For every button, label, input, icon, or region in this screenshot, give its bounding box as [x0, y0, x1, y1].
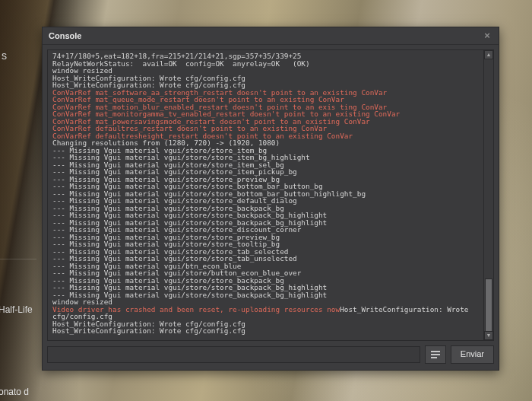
close-icon[interactable]: ×: [482, 30, 492, 41]
submit-button[interactable]: Enviar: [451, 345, 494, 364]
menu-text-fragment: onato d: [0, 387, 29, 397]
console-window: Console × 74+17/180+5,eat=182+18,fra=215…: [42, 27, 499, 371]
scroll-down-button[interactable]: ▼: [484, 331, 493, 340]
console-bottom-bar: Enviar: [43, 344, 499, 370]
autocomplete-button[interactable]: [425, 345, 446, 364]
menu-text-fragment: wns: [0, 49, 8, 62]
list-icon: [430, 350, 441, 359]
console-title: Console: [49, 31, 81, 40]
svg-rect-2: [431, 357, 437, 358]
console-log-area: 74+17/180+5,eat=182+18,fra=215+21/214+21…: [47, 49, 494, 341]
console-titlebar[interactable]: Console ×: [43, 27, 499, 45]
menu-text-fragment: Half-Life: [0, 304, 33, 315]
console-input[interactable]: [47, 346, 420, 363]
menu-divider: [0, 259, 36, 259]
scrollbar[interactable]: ▲ ▼: [483, 50, 493, 340]
svg-rect-0: [431, 351, 440, 352]
console-log[interactable]: 74+17/180+5,eat=182+18,fra=215+21/214+21…: [48, 50, 484, 340]
svg-rect-1: [431, 354, 440, 355]
scroll-up-button[interactable]: ▲: [484, 50, 493, 59]
main-menu-fragment: wns Half-Life onato d: [0, 0, 38, 401]
